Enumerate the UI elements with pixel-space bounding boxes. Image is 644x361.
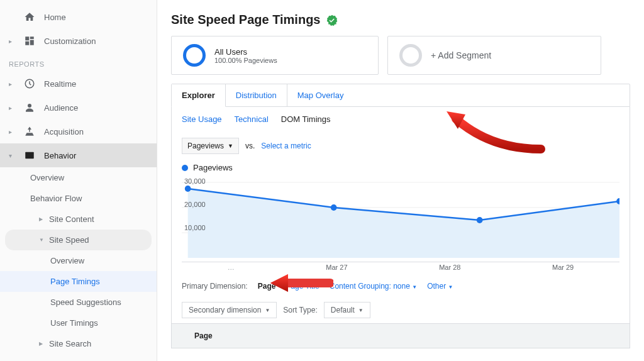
- caret-down-icon: ▼: [358, 308, 364, 313]
- dim-page-title[interactable]: Page Title: [286, 282, 319, 291]
- chevron-right-icon: ▸: [9, 81, 15, 87]
- metric-dropdown[interactable]: Pageviews ▼: [182, 138, 239, 154]
- svg-rect-2: [25, 152, 34, 159]
- primary-dim-label: Primary Dimension:: [182, 282, 248, 291]
- sub-site-speed-label: Site Speed: [49, 235, 89, 245]
- dashboard-icon: [24, 35, 35, 47]
- xtick: Mar 27: [326, 264, 347, 271]
- behavior-icon: [24, 150, 35, 161]
- segment-circle-icon: [183, 44, 206, 67]
- dim-content-grouping[interactable]: Content Grouping: none ▼: [330, 282, 417, 291]
- th-page: Page: [194, 331, 213, 340]
- xtick: Mar 28: [439, 264, 460, 271]
- verified-icon: [326, 14, 338, 26]
- y-axis-labels: 30,000 20,000 10,000: [184, 177, 206, 247]
- sub-user-timings[interactable]: User Timings: [0, 313, 157, 333]
- segment-add-label: + Add Segment: [431, 50, 491, 60]
- nav-customization-label: Customization: [44, 36, 96, 46]
- page-title: Site Speed Page Timings: [171, 13, 320, 27]
- secondary-dim-label: Secondary dimension: [189, 306, 261, 314]
- nav-realtime-label: Realtime: [44, 79, 76, 89]
- secondary-dim-row: Secondary dimension ▼ Sort Type: Default…: [171, 297, 630, 323]
- xtick: …: [228, 264, 235, 271]
- sub-page-timings[interactable]: Page Timings: [0, 271, 157, 292]
- subtab-site-usage[interactable]: Site Usage: [182, 114, 222, 124]
- svg-point-1: [28, 104, 31, 108]
- nav-customization[interactable]: ▸ Customization: [0, 29, 157, 53]
- secondary-dimension-dropdown[interactable]: Secondary dimension ▼: [182, 302, 277, 318]
- segment-all-users[interactable]: All Users 100.00% Pageviews: [171, 36, 379, 75]
- segment-add[interactable]: + Add Segment: [387, 36, 601, 75]
- nav-home-label: Home: [44, 13, 66, 22]
- main-content: Site Speed Page Timings All Users 100.00…: [157, 0, 644, 361]
- nav-acquisition-label: Acquisition: [44, 127, 84, 136]
- sub-overview[interactable]: Overview: [0, 167, 157, 188]
- segment-title: All Users: [214, 47, 277, 57]
- triangle-down-icon: ▼: [39, 237, 44, 243]
- nav-realtime[interactable]: ▸ Realtime: [0, 72, 157, 96]
- legend-label: Pageviews: [193, 163, 233, 172]
- triangle-right-icon: ▶: [39, 341, 44, 347]
- nav-acquisition[interactable]: ▸ Acquisition: [0, 119, 157, 143]
- nav-home[interactable]: Home: [0, 5, 157, 29]
- sub-speed-suggestions[interactable]: Speed Suggestions: [0, 292, 157, 313]
- xtick: Mar 29: [552, 264, 574, 271]
- sort-type-label: Sort Type:: [283, 306, 317, 314]
- report-tabs: Explorer Distribution Map Overlay: [171, 84, 630, 107]
- reports-label: REPORTS: [0, 53, 157, 72]
- clock-icon: [24, 78, 35, 89]
- segment-subtitle: 100.00% Pageviews: [214, 57, 277, 64]
- subtab-technical[interactable]: Technical: [235, 114, 269, 124]
- caret-down-icon: ▼: [412, 284, 417, 290]
- ytick: 10,000: [184, 224, 206, 247]
- tab-explorer[interactable]: Explorer: [172, 84, 226, 107]
- home-icon: [24, 11, 35, 23]
- table-header: Page: [171, 323, 630, 348]
- triangle-right-icon: ▶: [39, 216, 44, 222]
- svg-point-8: [477, 217, 483, 223]
- sub-tabs: Site Usage Technical DOM Timings: [171, 107, 630, 131]
- title-row: Site Speed Page Timings: [171, 13, 630, 27]
- tab-map-overlay[interactable]: Map Overlay: [287, 84, 354, 106]
- caret-down-icon: ▼: [265, 308, 270, 313]
- tab-distribution[interactable]: Distribution: [226, 84, 287, 106]
- sub-site-content[interactable]: ▶ Site Content: [0, 209, 157, 230]
- svg-point-7: [331, 204, 337, 211]
- segment-circle-icon: [399, 44, 422, 67]
- dim-other[interactable]: Other ▼: [427, 282, 453, 291]
- select-metric-link[interactable]: Select a metric: [261, 142, 311, 150]
- vs-label: vs.: [245, 142, 255, 150]
- nav-behavior-label: Behavior: [44, 151, 76, 160]
- dim-page[interactable]: Page: [258, 282, 276, 291]
- nav-audience-label: Audience: [44, 103, 78, 113]
- caret-down-icon: ▼: [448, 284, 453, 290]
- metric-dropdown-label: Pageviews: [187, 142, 224, 150]
- chart-legend: Pageviews: [171, 160, 630, 177]
- x-axis: … Mar 27 Mar 28 Mar 29: [182, 262, 619, 271]
- sub-site-search[interactable]: ▶ Site Search: [0, 333, 157, 354]
- dimension-bar: Primary Dimension: Page Page Title Conte…: [171, 272, 630, 297]
- sub-speed-overview[interactable]: Overview: [0, 250, 157, 271]
- chevron-right-icon: ▸: [9, 38, 15, 45]
- nav-behavior[interactable]: ▾ Behavior: [0, 143, 157, 167]
- line-chart: [182, 177, 619, 259]
- sub-site-speed[interactable]: ▼ Site Speed: [5, 230, 152, 250]
- segment-text: All Users 100.00% Pageviews: [214, 47, 277, 64]
- metric-row: Pageviews ▼ vs. Select a metric: [171, 131, 630, 160]
- chevron-right-icon: ▸: [9, 128, 15, 135]
- person-icon: [24, 102, 35, 113]
- sub-behavior-flow[interactable]: Behavior Flow: [0, 188, 157, 209]
- ytick: 30,000: [184, 177, 206, 201]
- sub-site-search-label: Site Search: [49, 339, 91, 348]
- nav-audience[interactable]: ▸ Audience: [0, 96, 157, 119]
- chart-area: 30,000 20,000 10,000 … Mar 27 Mar 28 Mar…: [171, 177, 630, 272]
- caret-down-icon: ▼: [228, 143, 233, 149]
- chevron-right-icon: ▸: [9, 104, 15, 111]
- sort-type-value: Default: [331, 306, 355, 314]
- acquisition-icon: [24, 126, 35, 137]
- ytick: 20,000: [184, 201, 206, 224]
- legend-dot-icon: [182, 165, 188, 171]
- subtab-dom-timings[interactable]: DOM Timings: [281, 114, 331, 124]
- sort-type-dropdown[interactable]: Default ▼: [324, 302, 370, 318]
- segments-row: All Users 100.00% Pageviews + Add Segmen…: [171, 36, 630, 75]
